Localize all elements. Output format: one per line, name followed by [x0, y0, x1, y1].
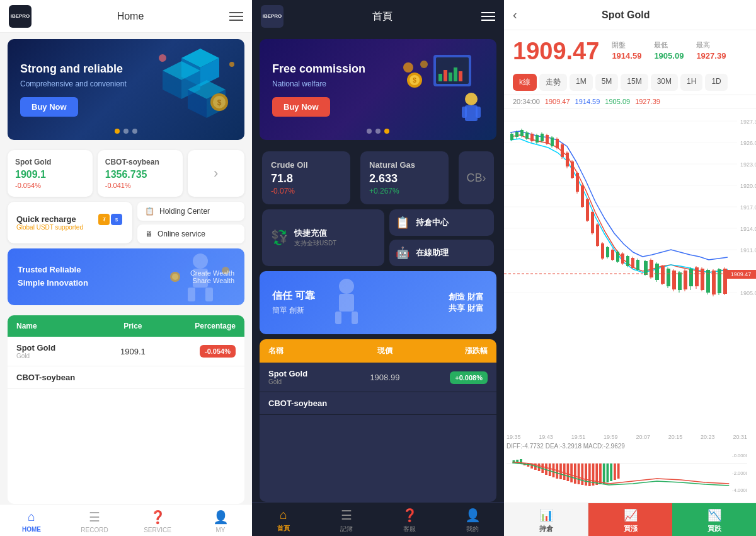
holding-icon2: 📋 [396, 216, 410, 230]
svg-rect-27 [459, 71, 462, 81]
nav2-service[interactable]: ❓ 客服 [378, 508, 441, 533]
more-icon: CB› [467, 172, 486, 185]
banner2-buy-button[interactable]: Buy Now [272, 97, 330, 117]
svg-rect-39 [335, 312, 341, 324]
promo-right-line2: Share Wealth [190, 277, 234, 284]
table-row[interactable]: Spot Gold Gold 1909.1 -0.054% [8, 337, 244, 366]
svg-rect-130 [695, 267, 699, 286]
card-price-spotgold: 1909.1 [15, 169, 85, 180]
svg-text:$: $ [217, 98, 222, 107]
service-nav-icon: ❓ [150, 510, 166, 525]
more-commodities[interactable]: CB› [459, 151, 494, 204]
holding-center-link[interactable]: 📋 Holding Center [137, 202, 244, 221]
bottom-nav-panel2: ⌂ 首頁 ☰ 記簿 ❓ 客服 👤 我的 [252, 502, 504, 536]
natural-gas-card[interactable]: Natural Gas 2.633 +0.267% [360, 151, 449, 204]
table2-row-soybean[interactable]: CBOT-soybean [260, 392, 496, 415]
price-section: 1909.47 開盤 1914.59 最低 1905.09 最高 1927.39 [504, 30, 756, 70]
quick-recharge2[interactable]: 💱 快捷充值 支持全球USDT [262, 209, 384, 266]
nav2-record[interactable]: ☰ 記簿 [315, 508, 378, 533]
nav2-my[interactable]: 👤 我的 [441, 508, 504, 533]
svg-rect-60 [510, 134, 513, 140]
svg-rect-98 [606, 247, 609, 257]
nav-my[interactable]: 👤 MY [189, 510, 252, 533]
chart-open-info: 1914.59 [575, 98, 600, 105]
svg-point-14 [193, 253, 208, 269]
crude-oil-card[interactable]: Crude Oil 71.8 -0.07% [262, 151, 350, 204]
online-assistant[interactable]: 🤖 在線助理 [389, 240, 494, 266]
col-pct: Percentage [167, 322, 236, 330]
cbot-soybean-card[interactable]: CBOT-soybean 1356.735 -0.041% [98, 150, 183, 197]
chart-bottom-nav: 📊 持倉 📈 買漲 📉 買跌 [504, 503, 756, 536]
more-card[interactable]: › [188, 150, 244, 197]
svg-rect-132 [701, 269, 704, 290]
recharge-icon2: 💱 [271, 230, 288, 246]
tab-trend[interactable]: 走勢 [539, 74, 567, 91]
crude-oil-pct: -0.07% [271, 187, 341, 195]
chart-high-info: 1927.39 [635, 98, 660, 105]
col2-name: 名稱 [268, 346, 351, 356]
quick-recharge-icon: ₮ $ [98, 214, 123, 231]
candlestick-chart[interactable]: 1927.39 1926.00 1923.00 1920.00 1917.00 … [504, 108, 756, 433]
online-service-link[interactable]: 🖥 Online service [137, 224, 244, 243]
svg-rect-170 [599, 463, 602, 484]
nav-home[interactable]: ⌂ HOME [0, 510, 63, 533]
nav2-home[interactable]: ⌂ 首頁 [252, 508, 315, 533]
nav-home-label: HOME [22, 526, 41, 533]
quick-recharge-label: Quick recharge [16, 214, 83, 224]
tab-30m[interactable]: 30M [651, 74, 678, 91]
svg-rect-108 [631, 258, 634, 268]
recharge-label2: 快捷充值 [294, 228, 336, 239]
svg-rect-86 [576, 173, 579, 192]
nav-hold[interactable]: 📊 持倉 [504, 503, 588, 536]
hamburger-menu-panel1[interactable] [229, 12, 243, 21]
banner2-headline: Free commission [272, 62, 365, 76]
hamburger-menu-panel2[interactable] [481, 12, 495, 21]
table2-row-spotgold[interactable]: Spot Gold Gold 1908.99 +0.008% [260, 363, 496, 392]
quick-recharge-card[interactable]: Quick recharge Global USDT supported ₮ $ [8, 202, 132, 243]
nav-service[interactable]: ❓ SERVICE [126, 510, 189, 533]
chart-header: ‹ Spot Gold [504, 0, 756, 30]
row2-price-spotgold: 1908.99 [351, 373, 420, 382]
nav-record[interactable]: ☰ RECORD [63, 510, 126, 533]
price-stats: 開盤 1914.59 最低 1905.09 最高 1927.39 [612, 40, 726, 61]
tab-1d[interactable]: 1D [705, 74, 727, 91]
time-1951: 19:51 [571, 434, 586, 440]
tab-15m[interactable]: 15M [621, 74, 648, 91]
hold-icon: 📊 [539, 508, 553, 522]
tab-kline[interactable]: k線 [513, 74, 537, 91]
promo-line2: Simple Innovation [18, 277, 88, 290]
panel-chinese-home: IBEPRO 首頁 Free commission National welfa… [252, 0, 504, 536]
services-panel2: 💱 快捷充值 支持全球USDT 📋 持倉中心 🤖 在線助理 [252, 209, 504, 271]
svg-text:-4.0000: -4.0000 [732, 487, 747, 493]
row-name-soybean: CBOT-soybean [16, 373, 99, 382]
logo-panel2: IBEPRO [261, 5, 284, 28]
low-val: 1905.09 [654, 51, 684, 61]
holding-center2[interactable]: 📋 持倉中心 [389, 209, 494, 236]
banner-buy-button[interactable]: Buy Now [20, 97, 78, 117]
nav2-service-label: 客服 [403, 525, 416, 533]
tab-1h[interactable]: 1H [680, 74, 702, 91]
svg-text:1917.00: 1917.00 [740, 204, 756, 211]
table-row-soybean[interactable]: CBOT-soybean [8, 366, 244, 389]
card-pct-spotgold: -0.054% [15, 182, 85, 189]
svg-rect-134 [706, 270, 710, 293]
nav2-my-label: 我的 [466, 525, 479, 533]
hero-banner-panel1: Strong and reliable Comprehensive and co… [8, 39, 244, 140]
back-button[interactable]: ‹ [513, 8, 517, 22]
banner-headline: Strong and reliable [20, 62, 127, 76]
col2-pct: 漲跌幅 [419, 346, 488, 356]
time-1959: 19:59 [604, 434, 618, 440]
nav-sell[interactable]: 📈 買漲 [588, 503, 672, 536]
current-price: 1909.47 [513, 38, 599, 65]
nav-buy[interactable]: 📉 買跌 [672, 503, 756, 536]
tab-5m[interactable]: 5M [595, 74, 619, 91]
svg-text:1914.00: 1914.00 [740, 226, 756, 232]
svg-rect-163 [574, 463, 576, 484]
card-price-soybean: 1356.735 [105, 169, 175, 180]
svg-rect-173 [610, 463, 612, 481]
tab-1m[interactable]: 1M [570, 74, 593, 91]
spot-gold-card[interactable]: Spot Gold 1909.1 -0.054% [8, 150, 93, 197]
banner2-dots [367, 129, 389, 134]
svg-rect-25 [449, 73, 452, 81]
time-2007: 20:07 [636, 434, 650, 440]
